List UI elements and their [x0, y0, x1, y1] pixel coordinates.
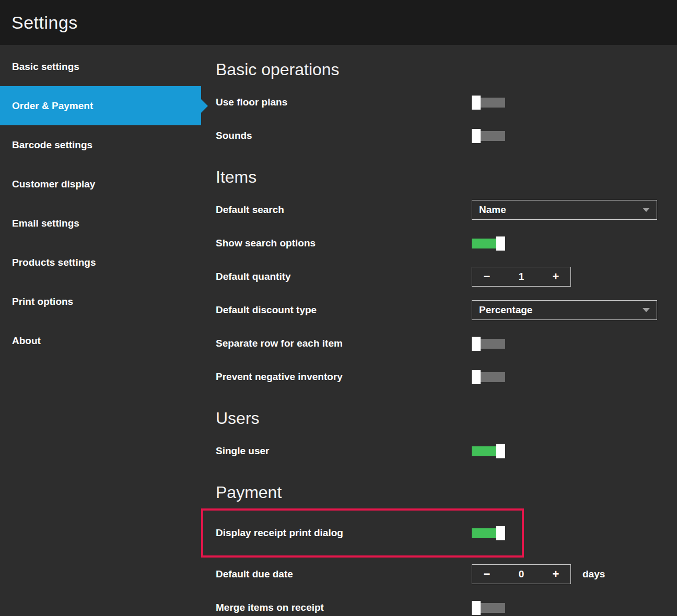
dropdown-selected-value: Name	[479, 204, 506, 216]
setting-label: Merge items on receipt	[216, 602, 472, 613]
sidebar: Basic settings Order & Payment Barcode s…	[0, 45, 201, 616]
stepper-value: 0	[501, 568, 541, 580]
sidebar-item-label: Barcode settings	[12, 139, 92, 151]
toggle-track	[481, 98, 505, 108]
sidebar-item-order-payment[interactable]: Order & Payment	[0, 86, 201, 125]
settings-row: Default search Name	[216, 193, 677, 227]
toggle-show-search-options[interactable]	[472, 236, 505, 251]
toggle-use-floor-plans[interactable]	[472, 96, 505, 110]
settings-row: Merge items on receipt	[216, 591, 677, 616]
setting-label: Default discount type	[216, 304, 472, 316]
plus-button[interactable]: +	[541, 271, 570, 282]
page-title: Settings	[11, 13, 78, 33]
stepper-value: 1	[501, 271, 541, 282]
minus-button[interactable]: −	[472, 568, 501, 580]
minus-button[interactable]: −	[472, 271, 501, 282]
default-due-date-stepper: − 0 +	[472, 564, 571, 584]
toggle-display-receipt-print-dialog[interactable]	[472, 526, 505, 540]
sidebar-item-products-settings[interactable]: Products settings	[0, 243, 201, 282]
highlight-annotation-box: Display receipt print dialog	[201, 508, 524, 558]
content: Basic settings Order & Payment Barcode s…	[0, 45, 677, 616]
settings-row: Sounds	[216, 119, 677, 152]
toggle-sounds[interactable]	[472, 129, 505, 143]
toggle-thumb	[472, 601, 481, 615]
setting-label: Prevent negative inventory	[216, 371, 472, 383]
toggle-thumb	[472, 370, 481, 384]
chevron-down-icon	[643, 308, 650, 312]
section-title-users: Users	[216, 408, 677, 428]
settings-header: Settings	[0, 0, 677, 45]
setting-label: Separate row for each item	[216, 338, 472, 349]
settings-row: Show search options	[216, 227, 677, 260]
settings-row: Separate row for each item	[216, 327, 677, 360]
setting-label: Show search options	[216, 238, 472, 249]
settings-panel: Basic operations Use floor plans Sounds …	[201, 45, 677, 616]
sidebar-item-label: About	[12, 335, 41, 347]
sidebar-item-basic-settings[interactable]: Basic settings	[0, 47, 201, 86]
default-search-dropdown[interactable]: Name	[472, 200, 657, 220]
settings-row: Default quantity − 1 +	[216, 260, 677, 293]
sidebar-item-label: Basic settings	[12, 61, 79, 73]
toggle-prevent-negative-inventory[interactable]	[472, 370, 505, 384]
default-quantity-stepper: − 1 +	[472, 267, 571, 287]
toggle-thumb	[472, 129, 481, 143]
sidebar-item-customer-display[interactable]: Customer display	[0, 164, 201, 204]
sidebar-item-barcode-settings[interactable]: Barcode settings	[0, 125, 201, 164]
setting-label: Single user	[216, 445, 472, 457]
settings-row: Default discount type Percentage	[216, 293, 677, 327]
toggle-track	[481, 131, 505, 141]
chevron-down-icon	[643, 208, 650, 212]
settings-row: Single user	[216, 434, 677, 468]
settings-row: Use floor plans	[216, 86, 677, 119]
setting-label: Default quantity	[216, 271, 472, 282]
sidebar-item-label: Order & Payment	[12, 100, 93, 112]
toggle-track	[472, 528, 496, 538]
sidebar-item-label: Customer display	[12, 179, 95, 190]
toggle-track	[472, 446, 496, 456]
toggle-separate-row-for-each-item[interactable]	[472, 337, 505, 351]
toggle-thumb	[496, 444, 505, 458]
toggle-track	[481, 603, 505, 613]
toggle-thumb	[496, 526, 505, 540]
sidebar-item-label: Products settings	[12, 257, 96, 268]
sidebar-item-print-options[interactable]: Print options	[0, 282, 201, 321]
setting-label: Display receipt print dialog	[216, 527, 472, 539]
sidebar-item-label: Print options	[12, 296, 73, 307]
toggle-thumb	[472, 96, 481, 110]
toggle-track	[481, 339, 505, 349]
section-title-items: Items	[216, 167, 677, 187]
settings-row: Prevent negative inventory	[216, 360, 677, 394]
dropdown-selected-value: Percentage	[479, 304, 532, 316]
days-suffix-label: days	[582, 568, 605, 580]
toggle-thumb	[496, 236, 505, 251]
setting-label: Default due date	[216, 568, 472, 580]
sidebar-item-about[interactable]: About	[0, 321, 201, 360]
section-title-basic-operations: Basic operations	[216, 60, 677, 79]
setting-label: Default search	[216, 204, 472, 216]
plus-button[interactable]: +	[541, 568, 570, 580]
toggle-track	[472, 239, 496, 248]
setting-label: Use floor plans	[216, 97, 472, 108]
toggle-merge-items-on-receipt[interactable]	[472, 601, 505, 615]
toggle-single-user[interactable]	[472, 444, 505, 458]
toggle-track	[481, 372, 505, 382]
section-title-payment: Payment	[216, 482, 677, 502]
sidebar-item-email-settings[interactable]: Email settings	[0, 204, 201, 243]
settings-row: Default due date − 0 + days	[216, 558, 677, 591]
toggle-thumb	[472, 337, 481, 351]
sidebar-item-label: Email settings	[12, 218, 79, 229]
settings-row: Display receipt print dialog	[216, 516, 522, 550]
setting-label: Sounds	[216, 130, 472, 141]
default-discount-type-dropdown[interactable]: Percentage	[472, 300, 657, 320]
